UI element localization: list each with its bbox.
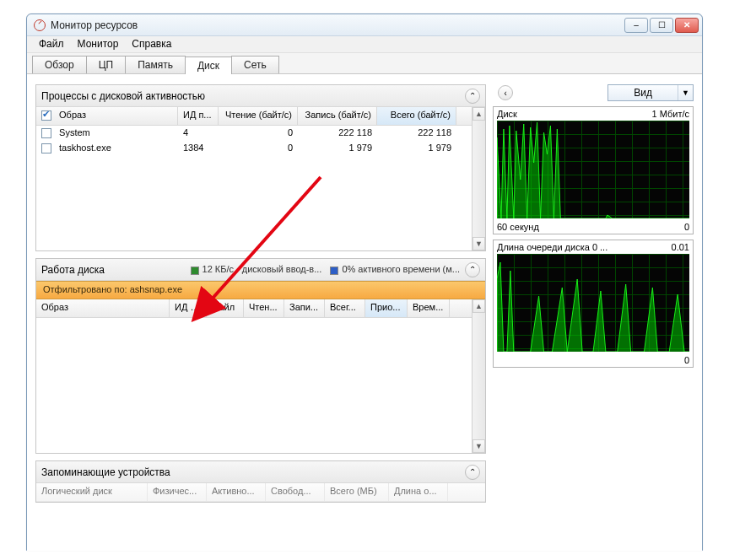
graph-canvas [497, 121, 689, 218]
row-checkbox[interactable] [41, 128, 51, 138]
minimize-button[interactable] [624, 18, 648, 33]
chevron-down-icon[interactable]: ▼ [678, 85, 693, 100]
expand-button[interactable]: › [498, 85, 513, 100]
col-write[interactable]: Запи... [284, 299, 325, 317]
menu-file[interactable]: Файл [32, 36, 71, 52]
col-image[interactable]: Образ [59, 110, 86, 120]
select-all-checkbox[interactable] [41, 110, 51, 121]
menu-help[interactable]: Справка [125, 36, 178, 52]
io-rate: 12 КБ/с - дисковый ввод-в... [202, 264, 322, 274]
menubar: Файл Монитор Справка [27, 36, 702, 53]
graph-canvas [497, 254, 689, 352]
row-checkbox[interactable] [41, 143, 51, 153]
col-queue[interactable]: Длина о... [389, 483, 448, 501]
filter-bar: Отфильтровано по: ashsnap.exe [36, 281, 485, 299]
scroll-down-icon[interactable]: ▼ [472, 439, 485, 453]
col-file[interactable]: Файл [207, 299, 244, 317]
graph2-xright: 0 [684, 355, 689, 365]
graph-disk: Диск 1 Мбит/с 60 секунд 0 [493, 106, 694, 234]
col-total[interactable]: Всего (байт/с) [377, 107, 456, 125]
disk-activity-panel: Работа диска 12 КБ/с - дисковый ввод-в..… [35, 258, 486, 454]
col-physical[interactable]: Физичес... [148, 483, 207, 501]
col-total-mb[interactable]: Всего (МБ) [325, 483, 389, 501]
col-image[interactable]: Образ [36, 299, 170, 317]
scroll-down-icon[interactable]: ▼ [472, 237, 485, 250]
filter-value: ashsnap.exe [130, 284, 182, 294]
scroll-up-icon[interactable]: ▲ [472, 107, 485, 121]
collapse-button[interactable]: ⌃ [465, 465, 480, 480]
right-column: › Вид ▼ Диск 1 Мбит/с [493, 84, 694, 542]
tabs: Обзор ЦП Память Диск Сеть [27, 53, 702, 74]
disk-activity-columns: Образ ИД п... Файл Чтен... Запи... Всег.… [36, 299, 472, 318]
titlebar: Монитор ресурсов [27, 14, 702, 36]
storage-title: Запоминающие устройства [41, 466, 460, 478]
storage-columns: Логический диск Физичес... Активно... Св… [36, 483, 485, 502]
disk-activity-title: Работа диска [41, 264, 191, 276]
tab-overview[interactable]: Обзор [32, 56, 87, 73]
table-row[interactable]: taskhost.exe 1384 0 1 979 1 979 [36, 141, 472, 156]
processes-columns: Образ ИД п... Чтение (байт/с) Запись (ба… [36, 107, 472, 126]
processes-panel: Процессы с дисковой активностью ⌃ Образ … [35, 84, 486, 251]
col-read[interactable]: Чтен... [244, 299, 284, 317]
graph2-scale: 0.01 [672, 242, 689, 252]
graph2-title: Длина очереди диска 0 ... [497, 242, 608, 252]
scrollbar[interactable]: ▲ ▼ [472, 107, 485, 250]
col-total[interactable]: Всег... [325, 299, 365, 317]
storage-panel: Запоминающие устройства ⌃ Логический дис… [35, 460, 486, 503]
col-read[interactable]: Чтение (байт/с) [219, 107, 298, 125]
left-column: Процессы с дисковой активностью ⌃ Образ … [35, 84, 486, 542]
window-title: Монитор ресурсов [51, 19, 624, 31]
window: Монитор ресурсов Файл Монитор Справка Об… [26, 13, 703, 551]
col-active[interactable]: Активно... [207, 483, 266, 501]
maximize-button[interactable] [650, 18, 673, 33]
collapse-button[interactable]: ⌃ [465, 262, 480, 277]
table-row[interactable]: System 4 0 222 118 222 118 [36, 126, 472, 141]
graph1-scale: 1 Мбит/с [652, 109, 689, 119]
graph1-title: Диск [497, 109, 517, 119]
scrollbar[interactable]: ▲ ▼ [472, 299, 485, 453]
col-logical[interactable]: Логический диск [36, 483, 148, 501]
col-resp[interactable]: Врем... [408, 299, 450, 317]
disk-activity-rows [36, 318, 472, 453]
col-prio[interactable]: Прио... [365, 299, 408, 317]
close-button[interactable] [675, 18, 699, 33]
tab-network[interactable]: Сеть [231, 56, 279, 73]
scroll-up-icon[interactable]: ▲ [472, 299, 485, 313]
graph1-xright: 0 [684, 222, 689, 232]
graph1-xleft: 60 секунд [497, 222, 539, 232]
app-icon [34, 19, 46, 31]
view-button[interactable]: Вид ▼ [608, 84, 694, 101]
col-free[interactable]: Свобод... [266, 483, 325, 501]
menu-monitor[interactable]: Монитор [71, 36, 126, 52]
tab-disk[interactable]: Диск [185, 57, 232, 74]
collapse-button[interactable]: ⌃ [465, 89, 480, 104]
tab-memory[interactable]: Память [125, 56, 186, 73]
col-write[interactable]: Запись (байт/с) [298, 107, 377, 125]
active-time: 0% активного времени (м... [342, 264, 460, 274]
col-pid[interactable]: ИД п... [170, 299, 207, 317]
col-pid[interactable]: ИД п... [178, 107, 219, 125]
tab-cpu[interactable]: ЦП [86, 56, 127, 73]
graph-queue: Длина очереди диска 0 ... 0.01 0 [493, 240, 694, 368]
processes-rows: System 4 0 222 118 222 118 taskhost [36, 126, 472, 250]
processes-title: Процессы с дисковой активностью [41, 90, 460, 102]
